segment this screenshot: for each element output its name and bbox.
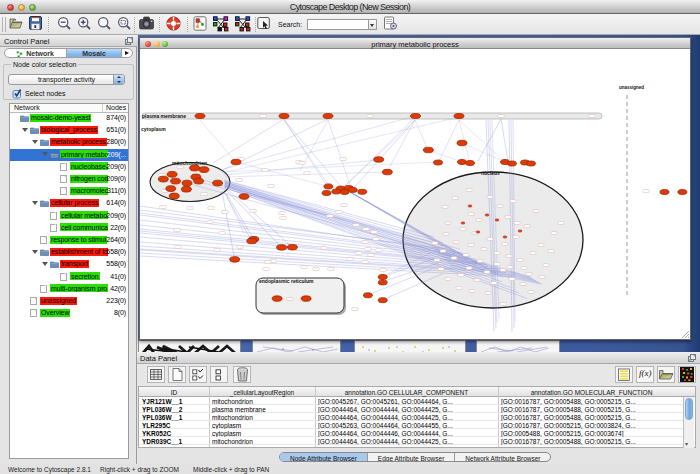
svg-text:unassigned: unassigned	[619, 85, 644, 90]
svg-text:plasma membrane: plasma membrane	[142, 113, 186, 119]
svg-text:mitochondrion: mitochondrion	[172, 160, 207, 166]
svg-text:nucleus: nucleus	[481, 170, 500, 176]
svg-text:endoplasmic reticulum: endoplasmic reticulum	[259, 278, 314, 284]
svg-text:cytoplasm: cytoplasm	[141, 126, 166, 132]
